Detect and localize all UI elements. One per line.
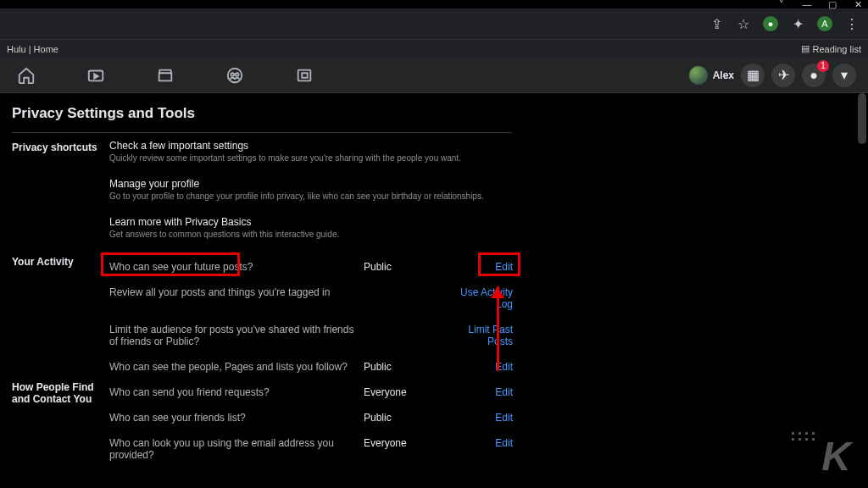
edit-link[interactable]: Edit: [448, 386, 516, 398]
window-minimize[interactable]: —: [802, 0, 812, 9]
browser-menu-icon[interactable]: ⋮: [844, 16, 860, 31]
limit-posts-link[interactable]: Limit Past Posts: [448, 324, 516, 347]
messenger-button[interactable]: ✈: [771, 64, 795, 87]
row-value: Everyone: [364, 386, 448, 398]
edit-link[interactable]: Edit: [448, 361, 516, 373]
shortcut-privacy-basics[interactable]: Learn more with Privacy Basics Get answe…: [109, 216, 516, 239]
window-close[interactable]: ✕: [853, 0, 863, 9]
section-label: Privacy shortcuts: [12, 140, 109, 254]
row-question: Who can see your friends list?: [109, 412, 364, 424]
facebook-nav: Alex ▦ ✈ ● 1 ▾: [0, 58, 868, 93]
row-question: Who can see your future posts?: [109, 261, 364, 273]
section-your-activity: Your Activity Who can see your future po…: [12, 254, 856, 380]
row-value: Public: [364, 361, 448, 373]
shortcut-title: Manage your profile: [109, 178, 516, 190]
shortcut-desc: Get answers to common questions with thi…: [109, 230, 516, 239]
extensions-icon[interactable]: ✦: [790, 16, 805, 31]
row-question: Who can see the people, Pages and lists …: [109, 361, 364, 373]
activity-log-link[interactable]: Use Activity Log: [448, 286, 516, 310]
bookmark-bar: Hulu | Home ▤ Reading list: [0, 39, 868, 58]
row-future-posts: Who can see your future posts? Public Ed…: [109, 254, 516, 280]
notifications-button[interactable]: ● 1: [802, 64, 826, 87]
section-label: How People Find and Contact You: [12, 380, 109, 468]
row-friends-list: Who can see your friends list? Public Ed…: [109, 405, 516, 430]
svg-rect-5: [302, 73, 307, 78]
apps-menu-button[interactable]: ▦: [741, 64, 765, 87]
grid-icon: ▦: [747, 67, 760, 83]
section-privacy-shortcuts: Privacy shortcuts Check a few important …: [12, 140, 856, 254]
section-find-contact: How People Find and Contact You Who can …: [12, 380, 856, 468]
divider: [12, 132, 512, 133]
page-title: Privacy Settings and Tools: [12, 105, 856, 122]
edit-link[interactable]: Edit: [448, 261, 516, 273]
shortcut-manage-profile[interactable]: Manage your profile Go to your profile t…: [109, 178, 516, 201]
profile-avatar[interactable]: A: [817, 16, 832, 31]
svg-point-3: [236, 73, 239, 76]
row-question: Review all your posts and things you're …: [109, 286, 364, 298]
profile-name: Alex: [713, 69, 734, 81]
groups-icon[interactable]: [225, 66, 244, 85]
row-review-posts: Review all your posts and things you're …: [109, 280, 516, 317]
messenger-icon: ✈: [778, 67, 789, 83]
account-menu-button[interactable]: ▾: [832, 64, 856, 87]
guest-avatar[interactable]: ●: [763, 16, 778, 31]
notification-badge: 1: [817, 60, 829, 72]
row-value: Public: [364, 261, 448, 273]
caret-down-icon: ▾: [841, 67, 848, 83]
list-icon: ▤: [801, 43, 810, 54]
reading-list-label: Reading list: [813, 44, 861, 54]
browser-toolbar: ⇪ ☆ ● ✦ A ⋮: [0, 8, 868, 39]
shortcut-title: Learn more with Privacy Basics: [109, 216, 516, 228]
row-friend-requests: Who can send you friend requests? Everyo…: [109, 380, 516, 405]
content-area: Privacy Settings and Tools Privacy short…: [0, 93, 868, 488]
home-icon[interactable]: [17, 66, 36, 85]
shortcut-title: Check a few important settings: [109, 140, 516, 152]
profile-picture: [689, 66, 708, 85]
profile-chip[interactable]: Alex: [689, 66, 734, 85]
shortcut-desc: Go to your profile to change your profil…: [109, 191, 516, 201]
share-icon[interactable]: ⇪: [709, 16, 724, 31]
window-maximize[interactable]: ▢: [827, 0, 837, 9]
bell-icon: ●: [810, 68, 818, 83]
star-icon[interactable]: ☆: [736, 16, 751, 31]
row-value: Public: [364, 412, 448, 424]
shortcut-important-settings[interactable]: Check a few important settings Quickly r…: [109, 140, 516, 163]
row-question: Who can send you friend requests?: [109, 386, 364, 398]
row-question: Limit the audience for posts you've shar…: [109, 324, 364, 347]
edit-link[interactable]: Edit: [448, 412, 516, 424]
edit-link[interactable]: Edit: [448, 437, 516, 449]
svg-rect-4: [298, 69, 311, 80]
gaming-icon[interactable]: [295, 66, 314, 85]
row-lookup-email: Who can look you up using the email addr…: [109, 430, 516, 468]
section-label: Your Activity: [12, 254, 109, 380]
row-value: Everyone: [364, 437, 448, 449]
watch-icon[interactable]: [86, 66, 105, 85]
window-titlebar: ˅ — ▢ ✕: [0, 0, 868, 8]
reading-list[interactable]: ▤ Reading list: [801, 43, 861, 54]
svg-point-2: [231, 73, 234, 76]
row-question: Who can look you up using the email addr…: [109, 437, 364, 461]
scrollbar[interactable]: [858, 93, 866, 144]
marketplace-icon[interactable]: [156, 66, 175, 85]
row-limit-audience: Limit the audience for posts you've shar…: [109, 317, 516, 354]
svg-point-1: [228, 68, 242, 82]
window-dropdown[interactable]: ˅: [776, 0, 787, 9]
row-follow-lists: Who can see the people, Pages and lists …: [109, 354, 516, 380]
bookmark-hulu[interactable]: Hulu | Home: [7, 44, 58, 54]
shortcut-desc: Quickly review some important settings t…: [109, 153, 516, 163]
